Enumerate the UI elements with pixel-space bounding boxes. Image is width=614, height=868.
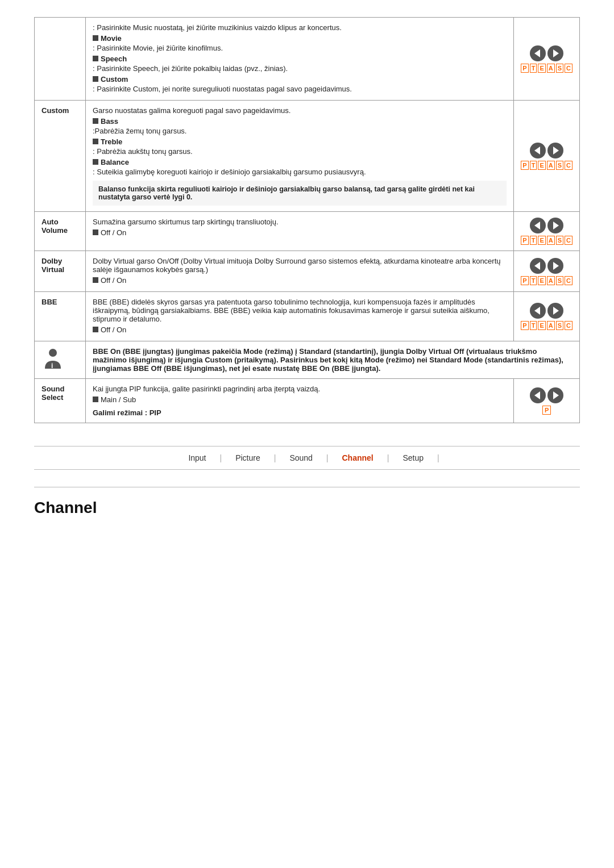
left-arrow-button[interactable]	[530, 218, 546, 233]
offon-label: Off / On	[101, 276, 126, 285]
right-arrow-button[interactable]	[547, 303, 563, 319]
row-intro: Garso nuostatas galima koreguoti pagal s…	[93, 106, 507, 115]
icon-cell: P T E A S C	[514, 18, 580, 101]
right-arrow-button[interactable]	[547, 143, 563, 158]
table-row: Custom Garso nuostatas galima koreguoti …	[35, 101, 580, 212]
badge-t: T	[530, 321, 537, 330]
row-label: AutoVolume	[35, 212, 86, 251]
badge-e: E	[538, 321, 545, 330]
right-arrow-button[interactable]	[547, 218, 563, 233]
arrow-right-icon	[553, 307, 559, 315]
bullet-item: Speech	[93, 55, 507, 63]
nav-item-sound[interactable]: Sound	[276, 451, 326, 465]
icon-block: P T E A S C	[521, 143, 572, 170]
arrow-left-icon	[534, 262, 540, 270]
row-intro: Dolby Virtual garso On/Off (Dolby Virtua…	[93, 257, 507, 274]
left-arrow-button[interactable]	[530, 258, 546, 274]
bullet-item: Movie	[93, 34, 507, 43]
icon-cell: P T E A S C	[514, 292, 580, 341]
row-label: Custom	[35, 101, 86, 212]
badge-c: C	[565, 236, 572, 245]
bullet-item: Off / On	[93, 326, 507, 334]
bullet-item: Off / On	[93, 228, 507, 237]
badge-a: A	[547, 236, 555, 245]
bullet-item: Bass	[93, 117, 507, 126]
row-content: : Pasirinkite Music nuostatą, jei žiūrit…	[86, 18, 514, 101]
nav-sep-5: |	[437, 453, 439, 462]
badge-s: S	[556, 64, 563, 73]
badge-s: S	[556, 236, 563, 245]
row-content: Sumažina garsumo skirtumus tarp skirting…	[86, 212, 514, 251]
left-arrow-button[interactable]	[530, 387, 546, 403]
row-content: Kai įjungta PIP funkcija, galite pasirin…	[86, 379, 514, 423]
svg-point-0	[49, 349, 57, 357]
bullet-item: Main / Sub	[93, 395, 507, 404]
arrow-left-icon	[534, 49, 540, 57]
bullet-icon	[93, 397, 98, 402]
nav-item-picture[interactable]: Picture	[222, 451, 274, 465]
row-label	[35, 18, 86, 101]
badge-a: A	[547, 321, 555, 330]
nav-item-input[interactable]: Input	[175, 451, 219, 465]
nav-item-channel[interactable]: Channel	[329, 451, 387, 465]
offon-label: Off / On	[101, 326, 126, 334]
badge-c: C	[565, 161, 572, 170]
sub-item: Balance : Suteikia galimybę koreguoti ka…	[93, 158, 507, 176]
nav-buttons	[530, 387, 563, 403]
bbe-note-row: i BBE On (BBE įjungtas) įjungimas pakeič…	[35, 341, 580, 379]
bullet-icon	[93, 76, 98, 82]
nav-buttons	[530, 218, 563, 233]
sub-item: Custom : Pasirinkite Custom, jei norite …	[93, 75, 507, 93]
icon-block: P	[521, 387, 572, 415]
bullet-item: Off / On	[93, 276, 507, 285]
bullet-item: Balance	[93, 158, 507, 166]
bullet-icon	[93, 159, 98, 165]
badge-s: S	[556, 161, 563, 170]
bullet-icon	[93, 118, 98, 124]
row-intro: Sumažina garsumo skirtumus tarp skirting…	[93, 218, 507, 226]
sub-label: Treble	[101, 137, 122, 146]
nav-item-setup[interactable]: Setup	[389, 451, 437, 465]
icon-cell: P T E A S C	[514, 251, 580, 292]
right-arrow-button[interactable]	[547, 387, 563, 403]
badge-e: E	[538, 161, 545, 170]
sub-item: Bass :Pabrėžia žemų tonų garsus.	[93, 117, 507, 135]
main-table: : Pasirinkite Music nuostatą, jei žiūrit…	[34, 17, 580, 423]
badge-s: S	[556, 321, 563, 330]
nav-buttons	[530, 143, 563, 158]
sub-item: Treble : Pabrėžia aukštų tonų garsus.	[93, 137, 507, 156]
nav-bar-wrapper: Input | Picture | Sound | Channel | Setu…	[34, 446, 580, 470]
right-arrow-button[interactable]	[547, 45, 563, 61]
arrow-right-icon	[553, 222, 559, 229]
icon-cell: P	[514, 379, 580, 423]
nav-buttons	[530, 303, 563, 319]
left-arrow-button[interactable]	[530, 45, 546, 61]
bbe-note-content: BBE On (BBE įjungtas) įjungimas pakeičia…	[86, 341, 580, 379]
badge-c: C	[565, 321, 572, 330]
arrow-left-icon	[534, 222, 540, 229]
badge-a: A	[547, 64, 555, 73]
person-icon: i	[42, 347, 64, 370]
pteasc-badge: P T E A S C	[521, 236, 572, 245]
sub-item: Off / On	[93, 228, 507, 237]
left-arrow-button[interactable]	[530, 303, 546, 319]
svg-text:i: i	[51, 362, 53, 370]
icon-block: P T E A S C	[521, 303, 572, 330]
badge-p: P	[521, 321, 528, 330]
icon-cell: P T E A S C	[514, 101, 580, 212]
arrow-right-icon	[553, 262, 559, 270]
pteasc-badge: P T E A S C	[521, 321, 572, 330]
row-content: Garso nuostatas galima koreguoti pagal s…	[86, 101, 514, 212]
nav-buttons	[530, 258, 563, 274]
nav-bar: Input | Picture | Sound | Channel | Setu…	[34, 446, 580, 470]
sub-desc: : Pabrėžia aukštų tonų garsus.	[93, 147, 507, 156]
pteasc-badge: P T E A S C	[521, 161, 572, 170]
badge-t: T	[530, 236, 537, 245]
arrow-right-icon	[553, 391, 559, 399]
icon-cell: P T E A S C	[514, 212, 580, 251]
bullet-icon	[93, 139, 98, 144]
right-arrow-button[interactable]	[547, 258, 563, 274]
left-arrow-button[interactable]	[530, 143, 546, 158]
p-badge: P	[542, 406, 551, 415]
note-box: Balanso funkcija skirta reguliuoti kairi…	[93, 181, 507, 206]
